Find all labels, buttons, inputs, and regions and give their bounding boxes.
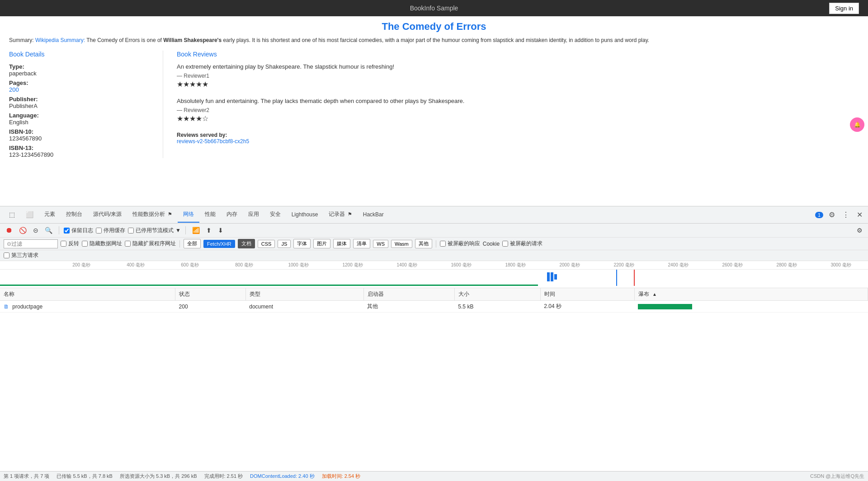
devtools-filter: ⊝ 反转 隐藏数据网址 隐藏扩展程序网址 全部 Fetch/XHR 文档 CSS…: [0, 238, 868, 250]
book-title: The Comedy of Errors: [9, 21, 859, 33]
col-name[interactable]: 名称: [0, 288, 175, 301]
invert-checkbox[interactable]: [61, 241, 66, 247]
disable-cache-checkbox[interactable]: [96, 228, 102, 233]
col-time[interactable]: 时间: [540, 288, 634, 301]
devtools-more-icon[interactable]: ⋮: [840, 209, 851, 221]
tab-lighthouse[interactable]: Lighthouse: [286, 208, 324, 222]
pages-label: Pages:: [9, 79, 163, 86]
third-party-label[interactable]: 第三方请求: [4, 252, 38, 259]
book-reviews-col: Book Reviews An extremely entertaining p…: [163, 51, 859, 158]
reviews-served-label: Reviews served by:: [177, 132, 227, 138]
download-icon[interactable]: ⬇: [216, 226, 225, 235]
tab-layers[interactable]: ⬜: [20, 207, 39, 223]
col-status[interactable]: 状态: [175, 288, 246, 301]
col-waterfall[interactable]: 瀑布 ▲: [634, 288, 868, 301]
record-button[interactable]: ⏺: [4, 225, 14, 235]
blocked-response-label[interactable]: 被屏蔽的响应: [440, 240, 480, 248]
filter-wasm[interactable]: Wasm: [391, 240, 412, 248]
devtools-close-icon[interactable]: ✕: [855, 209, 864, 221]
tab-security[interactable]: 安全: [264, 207, 286, 223]
col-type[interactable]: 类型: [245, 288, 363, 301]
tab-elements[interactable]: ⬚: [4, 207, 20, 223]
review1-stars: ★★★★★: [177, 80, 859, 89]
filter-ws[interactable]: WS: [373, 240, 388, 248]
disable-cache-label[interactable]: 停用缓存: [96, 227, 125, 234]
offline-dropdown-icon[interactable]: ▼: [175, 227, 181, 233]
blocked-request-checkbox[interactable]: [502, 241, 508, 247]
pages-value: 200: [9, 86, 163, 93]
filter-img[interactable]: 图片: [313, 239, 330, 248]
wifi-icon[interactable]: 📶: [190, 226, 202, 235]
summary-line: Summary: Wikipedia Summary: The Comedy o…: [9, 36, 859, 44]
wikipedia-link[interactable]: Wikipedia Summary:: [35, 37, 85, 43]
invert-checkbox-label[interactable]: 反转: [61, 240, 79, 248]
blocked-request-label[interactable]: 被屏蔽的请求: [502, 240, 542, 248]
hide-data-checkbox-label[interactable]: 隐藏数据网址: [82, 240, 122, 248]
green-timeline-line: [0, 270, 538, 286]
filter-doc[interactable]: 文档: [238, 239, 255, 248]
filter-input[interactable]: [11, 241, 52, 247]
summary-text: The Comedy of Errors is one of: [86, 37, 163, 43]
upload-icon[interactable]: ⬆: [204, 226, 213, 235]
blocked-response-text: 被屏蔽的响应: [448, 240, 480, 248]
network-settings-icon[interactable]: ⚙: [855, 226, 864, 235]
devtools-panel: ⬚ ⬜ 元素 控制台 源代码/来源 性能数据分析 ⚑ 网络 性能 内存 应用 安…: [0, 206, 868, 481]
tab-performance[interactable]: 性能: [199, 207, 221, 223]
book-reviews-heading: Book Reviews: [177, 51, 859, 58]
blocked-response-checkbox[interactable]: [440, 241, 446, 247]
ts-mark-1400: 1400 毫秒: [380, 262, 434, 268]
col-initiator[interactable]: 启动器: [363, 288, 454, 301]
disable-cache-text: 停用缓存: [104, 227, 125, 234]
preserve-log-checkbox[interactable]: [64, 228, 70, 233]
ts-mark-1000: 1000 毫秒: [271, 262, 326, 268]
devtools-settings-icon[interactable]: ⚙: [827, 209, 837, 221]
reviews-served-link[interactable]: reviews-v2-5b667bcbf8-cx2h5: [177, 138, 249, 145]
filter-all[interactable]: 全部: [184, 239, 201, 248]
tab-network[interactable]: 网络: [178, 207, 199, 223]
tab-elements-label[interactable]: 元素: [39, 207, 61, 223]
isbn13-value: 123-1234567890: [9, 151, 163, 158]
hide-data-checkbox[interactable]: [82, 241, 88, 247]
third-party-row: 第三方请求: [0, 250, 868, 261]
offline-label[interactable]: 已停用节流模式 ▼: [128, 227, 181, 234]
ts-mark-2400: 2400 毫秒: [651, 262, 705, 268]
tab-memory[interactable]: 内存: [221, 207, 243, 223]
tab-recorder[interactable]: 记录器 ⚑: [323, 207, 357, 223]
review2-text: Absolutely fun and entertaining. The pla…: [177, 98, 859, 104]
tab-performance-analysis[interactable]: 性能数据分析 ⚑: [127, 207, 177, 223]
clear-button[interactable]: 🚫: [17, 226, 28, 235]
table-row[interactable]: 🗎 productpage 200 document 其他 5.5 kB 2.0…: [0, 301, 868, 313]
tab-elements-icon: ⬚: [9, 211, 15, 218]
type-value: paperback: [9, 70, 163, 77]
filter-font[interactable]: 字体: [293, 239, 311, 248]
third-party-checkbox[interactable]: [4, 252, 9, 258]
status-dom-content: DOMContentLoaded: 2.40 秒: [250, 473, 314, 480]
status-requests: 第 1 项请求，共 7 项: [4, 473, 49, 480]
hide-ext-checkbox-label[interactable]: 隐藏扩展程序网址: [125, 240, 176, 248]
cookie-label: Cookie: [483, 241, 500, 247]
tab-hackbar[interactable]: HackBar: [358, 208, 389, 222]
filter-fetch-xhr[interactable]: Fetch/XHR: [203, 240, 235, 248]
review2-reviewer: — Reviewer2: [177, 107, 859, 113]
filter-other[interactable]: 其他: [415, 239, 432, 248]
tab-console[interactable]: 控制台: [61, 207, 88, 223]
tab-sources[interactable]: 源代码/来源: [88, 207, 127, 223]
search-button[interactable]: 🔍: [43, 226, 54, 235]
float-button[interactable]: 🔔: [850, 117, 864, 132]
preserve-log-label[interactable]: 保留日志: [64, 227, 93, 234]
publisher-value: PublisherA: [9, 103, 163, 109]
filter-button[interactable]: ⊝: [31, 226, 40, 235]
invert-label: 反转: [68, 240, 79, 248]
signin-button[interactable]: Sign in: [829, 3, 859, 14]
filter-clear[interactable]: 清单: [353, 239, 370, 248]
tab-application[interactable]: 应用: [243, 207, 264, 223]
hide-ext-checkbox[interactable]: [125, 241, 131, 247]
filter-css[interactable]: CSS: [258, 240, 275, 248]
offline-checkbox[interactable]: [128, 228, 134, 233]
filter-js[interactable]: JS: [278, 240, 291, 248]
devtools-badge: 1: [815, 212, 823, 218]
sort-icon: ▲: [652, 292, 657, 297]
filter-media[interactable]: 媒体: [333, 239, 350, 248]
ts-mark-2200: 2200 毫秒: [597, 262, 651, 268]
col-size[interactable]: 大小: [454, 288, 540, 301]
